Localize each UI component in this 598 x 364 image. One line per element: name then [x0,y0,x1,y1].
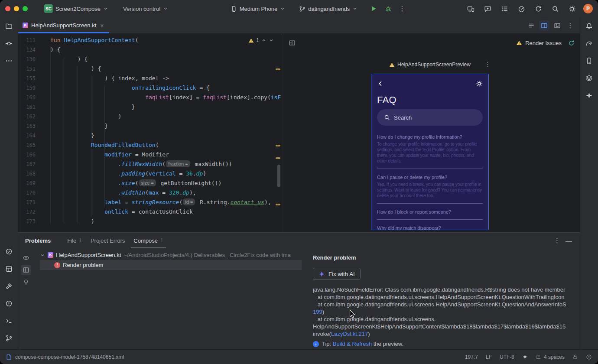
device-mirroring-button[interactable] [465,3,476,14]
code-line-167[interactable]: 167 .fillMaxWidth(fraction = maxWidth()) [18,159,281,169]
bookmarks-tool-button[interactable] [3,245,15,257]
build-refresh-link[interactable]: Build & Refresh [333,341,372,347]
build-tool-button[interactable] [3,280,15,292]
tab-options-kebab[interactable]: ⋮ [565,20,575,31]
problems-tool-button[interactable] [3,297,15,309]
notifications-button[interactable] [583,20,595,32]
split-view-button[interactable] [539,20,549,31]
settings-gear-icon[interactable] [476,80,483,87]
tab-compose[interactable]: Compose1 [129,233,167,248]
todo-list-button[interactable] [499,3,510,14]
preview-options-kebab[interactable]: ⋮ [484,61,491,68]
minimize-window-button[interactable] [14,6,19,11]
git-branch-widget[interactable]: datingandfriends [296,4,360,14]
ai-chat-button[interactable] [482,3,493,14]
code-line-165[interactable]: 165 RoundedFilledButton( [18,140,281,150]
tree-error-row[interactable]: ! Render problem [40,260,302,270]
terminal-tool-button[interactable] [3,315,15,327]
ai-assistant-button[interactable] [583,89,595,101]
code-line-169[interactable]: 169 .size(size = getButtonHeight()) [18,179,281,188]
run-button[interactable] [368,3,379,14]
minimize-panel-icon[interactable]: — [566,237,572,244]
project-selector[interactable]: SC Screen2Compose [42,3,111,15]
code-editor[interactable]: 111fun HelpAndSupportContent(124) {130 )… [18,34,281,232]
refresh-preview-icon[interactable] [568,40,575,46]
tab-file[interactable]: File1 [63,233,86,248]
stack-link[interactable]: LazyDsl.kt:217 [331,331,368,337]
code-line-172[interactable]: 172 onClick = contactUsOnClick [18,207,281,217]
services-tool-button[interactable] [3,263,15,275]
file-encoding[interactable]: UTF-8 [500,354,514,360]
search-everywhere-button[interactable] [549,3,561,14]
code-line-166[interactable]: 166 modifier = Modifier [18,150,281,159]
code-line-111[interactable]: 111fun HelpAndSupportContent( [18,36,281,45]
faq-search-bar[interactable]: Search [377,109,483,126]
tab-project-errors[interactable]: Project Errors [86,233,129,248]
faq-item[interactable]: Can I pause or delete my profile?Yes. If… [377,175,483,204]
more-run-actions-button[interactable]: ⋮ [396,3,408,14]
debug-button[interactable] [383,3,394,14]
version-control-menu[interactable]: Version control [120,4,171,14]
line-ending[interactable]: LF [486,354,492,360]
unlocked-icon[interactable] [572,354,578,360]
code-line-171[interactable]: 171 label = stringResource(id = R.string… [18,198,281,207]
close-window-button[interactable] [5,6,10,11]
code-line-164[interactable]: 164 } [18,131,281,140]
more-tool-windows-button[interactable] [3,55,15,67]
quick-fix-button[interactable] [21,277,31,287]
code-line-124[interactable]: 124) { [18,45,281,55]
version-control-tool-button[interactable] [3,332,15,344]
code-line-170[interactable]: 170 .widthIn(max = 320.dp), [18,188,281,198]
code-line-159[interactable]: 159 onTrailingIconClick = { [18,83,281,93]
faq-item[interactable]: How do I block or report someone? [377,209,483,220]
warning-stripe-mark[interactable] [276,145,280,146]
close-tab-icon[interactable]: × [100,22,104,29]
warning-stripe-mark[interactable] [276,204,280,205]
warning-stripe-mark[interactable] [276,68,280,70]
panel-options-kebab[interactable]: ⋮ [554,237,560,244]
caret-position[interactable]: 197:7 [465,354,478,360]
next-warning-icon[interactable] [269,38,274,43]
code-line-155[interactable]: 155 ) { index, model -> [18,74,281,83]
chevron-expanded-icon[interactable] [40,253,45,258]
prev-warning-icon[interactable] [261,38,266,43]
device-manager-button[interactable] [583,55,595,67]
code-line-173[interactable]: 173 ) [18,217,281,226]
commit-tool-button[interactable] [3,37,15,49]
preview-layout-button[interactable] [286,37,298,49]
warning-stripe-mark[interactable] [276,157,280,159]
running-devices-button[interactable] [583,72,595,84]
code-line-162[interactable]: 162 ) [18,112,281,121]
gradle-tool-button[interactable] [583,37,595,49]
status-file-widget[interactable]: compose-compose-model-1758748140651.xml [6,354,124,360]
settings-button[interactable] [566,3,578,14]
code-line-168[interactable]: 168 .padding(vertical = 36.dp) [18,169,281,179]
user-avatar[interactable]: P [583,4,593,13]
ai-status-icon[interactable] [522,354,528,360]
back-icon[interactable] [377,80,384,87]
tab-helpandsupportscreen[interactable]: K HelpAndSupportScreen.kt × [18,17,109,33]
profiler-button[interactable] [516,3,527,14]
inspection-widget[interactable]: 1 [248,37,274,43]
render-issues-widget[interactable]: Render Issues [516,40,575,46]
preview-title-row[interactable]: HelpAndSupportScreenPreview ⋮ [371,62,489,68]
details-pane-toggle-button[interactable] [21,265,31,275]
phone-preview[interactable]: FAQ Search How do I change my profile in… [371,74,489,230]
indent-widget[interactable]: 4 spaces [536,354,565,360]
code-line-151[interactable]: 151 ) { [18,64,281,74]
faq-item[interactable]: How do I change my profile information?T… [377,134,483,169]
preview-toggle-button[interactable] [21,253,31,263]
code-line-160[interactable]: 160 faqList[index] = faqList[index].copy… [18,93,281,102]
code-line-130[interactable]: 130 ) { [18,55,281,64]
stack-link[interactable]: 199 [313,309,322,315]
design-view-button[interactable] [552,20,562,31]
device-selector[interactable]: Medium Phone [228,4,288,14]
code-line-163[interactable]: 163 } [18,121,281,131]
notifications-indicator-icon[interactable] [586,354,592,360]
code-line-161[interactable]: 161 } [18,102,281,112]
editor-scrollbar[interactable] [277,165,280,187]
project-tool-button[interactable] [3,20,15,32]
tree-file-row[interactable]: K HelpAndSupportScreen.kt ~/AndroidStudi… [34,250,320,260]
code-view-button[interactable] [526,20,536,31]
gradle-sync-button[interactable] [533,3,544,14]
